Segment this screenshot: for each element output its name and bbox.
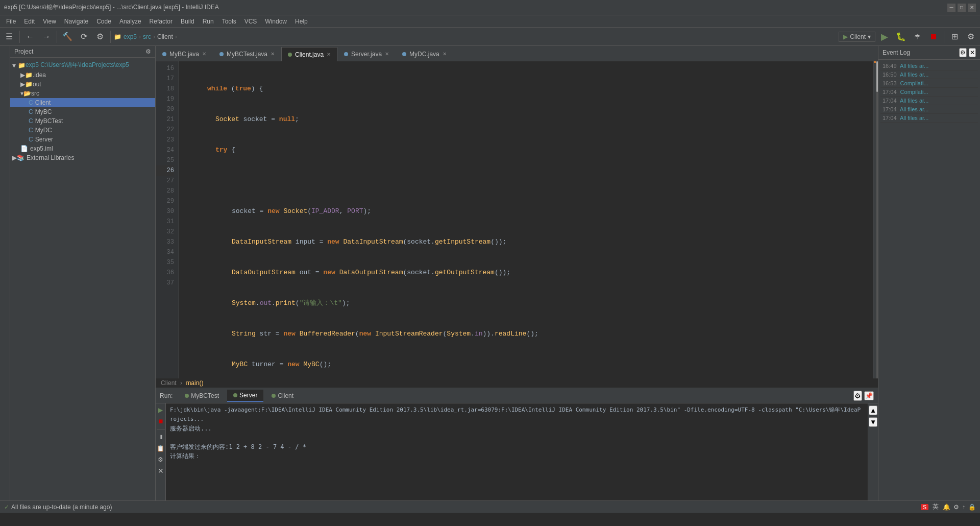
menu-window[interactable]: Window — [261, 17, 291, 26]
run-restart-btn[interactable]: ▶ — [156, 405, 165, 415]
event-item-6[interactable]: 17:04 All files ar... — [880, 114, 978, 123]
menu-code[interactable]: Code — [92, 17, 115, 26]
tree-client-label: Client — [35, 99, 51, 106]
run-pause-btn[interactable]: ⏸ — [156, 433, 165, 442]
toolbar-project-btn[interactable]: ☰ — [2, 30, 16, 44]
event-log-settings-btn[interactable]: ⚙ — [959, 48, 967, 57]
menu-refactor[interactable]: Refactor — [145, 17, 177, 26]
expand-btn[interactable]: ⊞ — [947, 30, 962, 44]
debug-button[interactable]: 🐛 — [894, 30, 908, 44]
event-item-1[interactable]: 16:50 All files ar... — [880, 70, 978, 79]
settings2-btn[interactable]: ⚙ — [964, 30, 978, 44]
status-icon-1[interactable]: 🔔 — [943, 504, 950, 511]
menu-help[interactable]: Help — [291, 17, 312, 26]
run-coverage-button[interactable]: ☂ — [910, 30, 924, 44]
tree-item-extlibs[interactable]: ▶ 📚 External Libraries — [10, 153, 155, 162]
menu-tools[interactable]: Tools — [218, 17, 240, 26]
toolbar-build-btn[interactable]: 🔨 — [60, 30, 75, 44]
event-item-3[interactable]: 17:04 Compilati... — [880, 88, 978, 97]
run-config-dropdown[interactable]: ▶ Client ▾ — [839, 32, 875, 42]
menu-file[interactable]: File — [2, 17, 20, 26]
menu-vcs[interactable]: VCS — [240, 17, 261, 26]
line-num-25: 25 — [156, 155, 174, 165]
tree-client-java-icon: C — [29, 99, 33, 106]
tree-item-mybctest[interactable]: C MyBCTest — [10, 116, 155, 126]
tree-item-iml[interactable]: 📄 exp5.iml — [10, 144, 155, 153]
bc-client[interactable]: Client — [157, 33, 173, 40]
run-tab-server[interactable]: Server — [227, 390, 263, 402]
tab-mybc-close[interactable]: ✕ — [202, 51, 206, 57]
toolbar-forward-btn[interactable]: → — [39, 30, 54, 44]
menu-edit[interactable]: Edit — [20, 17, 39, 26]
status-icon-3[interactable]: ↑ — [962, 504, 965, 511]
menu-navigate[interactable]: Navigate — [60, 17, 92, 26]
tree-item-idea[interactable]: ▶ 📁 .idea — [10, 70, 155, 80]
run-tab-mybctest[interactable]: MyBCTest — [179, 390, 225, 401]
code-line-23: System.out.print("请输入：\t"); — [183, 298, 869, 308]
maximize-button[interactable]: □ — [958, 4, 966, 12]
run-toolbar-sep — [157, 429, 165, 429]
tab-client-close[interactable]: ✕ — [327, 52, 331, 57]
run-panel: Run: MyBCTest Server Client ⚙ 📌 — [156, 388, 878, 500]
event-item-4[interactable]: 17:04 All files ar... — [880, 97, 978, 105]
tab-mydc-close[interactable]: ✕ — [443, 51, 447, 57]
editor-scrollbar[interactable] — [873, 61, 878, 378]
event-item-5[interactable]: 17:04 All files ar... — [880, 105, 978, 114]
run-up-btn[interactable]: ▲ — [869, 405, 877, 415]
code-content[interactable]: while (true) { Socket socket = null; try… — [179, 61, 873, 378]
menu-run[interactable]: Run — [199, 17, 218, 26]
tab-mybc[interactable]: MyBC.java ✕ — [156, 46, 213, 61]
menu-analyze[interactable]: Analyze — [115, 17, 145, 26]
bc-project[interactable]: exp5 — [124, 33, 137, 40]
tab-server[interactable]: Server.java ✕ — [337, 46, 396, 61]
close-button[interactable]: ✕ — [968, 4, 976, 12]
tab-mybctest-close[interactable]: ✕ — [271, 51, 275, 57]
tree-root[interactable]: ▾ 📁 exp5 C:\Users\锦年\IdeaProjects\exp5 — [10, 60, 155, 70]
menu-build[interactable]: Build — [177, 17, 199, 26]
line-num-18: 18 — [156, 84, 174, 94]
status-icon-4[interactable]: 🔒 — [968, 504, 976, 511]
run-settings2-btn[interactable]: ⚙ — [156, 455, 165, 464]
run-close-btn[interactable]: ✕ — [156, 466, 165, 475]
run-up-down: ▲ ▼ — [868, 403, 878, 500]
run-tab-client[interactable]: Client — [265, 390, 300, 401]
run-left-toolbar: ▶ ⏹ ⏸ 📋 ⚙ ✕ — [156, 403, 166, 500]
tab-server-close[interactable]: ✕ — [385, 51, 389, 57]
tab-mybctest[interactable]: MyBCTest.java ✕ — [213, 46, 281, 61]
tab-client[interactable]: Client.java ✕ — [281, 47, 337, 61]
run-down-btn[interactable]: ▼ — [869, 417, 877, 427]
event-item-2[interactable]: 16:53 Compilati... — [880, 79, 978, 88]
menu-view[interactable]: View — [39, 17, 60, 26]
event-text-0: All files ar... — [900, 63, 928, 69]
minimize-button[interactable]: ─ — [947, 4, 955, 12]
toolbar-settings-btn[interactable]: ⚙ — [93, 30, 107, 44]
tree-mydc-java-icon: C — [29, 127, 33, 134]
tree-item-server[interactable]: C Server — [10, 135, 155, 144]
event-item-0[interactable]: 16:49 All files ar... — [880, 62, 978, 70]
project-settings-icon[interactable]: ⚙ — [145, 48, 151, 55]
bc-sep1: › — [139, 33, 141, 40]
run-stop-btn[interactable]: ⏹ — [156, 417, 165, 426]
stop-button[interactable]: ⏹ — [926, 30, 941, 44]
run-dump-btn[interactable]: 📋 — [156, 444, 165, 453]
tree-item-mydc[interactable]: C MyDC — [10, 126, 155, 135]
event-log-close-btn[interactable]: ✕ — [969, 48, 976, 57]
tree-item-mybc[interactable]: C MyBC — [10, 107, 155, 116]
run-button[interactable]: ▶ — [877, 30, 892, 44]
toolbar-back-btn[interactable]: ← — [23, 30, 37, 44]
toolbar-sync-btn[interactable]: ⟳ — [77, 30, 91, 44]
run-settings-btn[interactable]: ⚙ — [853, 391, 862, 401]
tree-item-out[interactable]: ▶ 📁 out — [10, 80, 155, 89]
status-sougou-icon: S — [921, 504, 928, 510]
tab-mydc[interactable]: MyDC.java ✕ — [396, 46, 453, 61]
run-pin-btn[interactable]: 📌 — [864, 391, 874, 400]
status-icon-2[interactable]: ⚙ — [953, 504, 959, 511]
line-num-24: 24 — [156, 145, 174, 155]
event-text-3: Compilati... — [900, 89, 928, 95]
tree-item-src[interactable]: ▾ 📂 src — [10, 89, 155, 98]
run-tab-server-label: Server — [239, 392, 257, 399]
tree-iml-icon: 📄 — [20, 145, 28, 152]
bc-src[interactable]: src — [143, 33, 151, 40]
tree-item-client[interactable]: C Client — [10, 98, 155, 107]
run-config-label: Client — [850, 33, 866, 40]
